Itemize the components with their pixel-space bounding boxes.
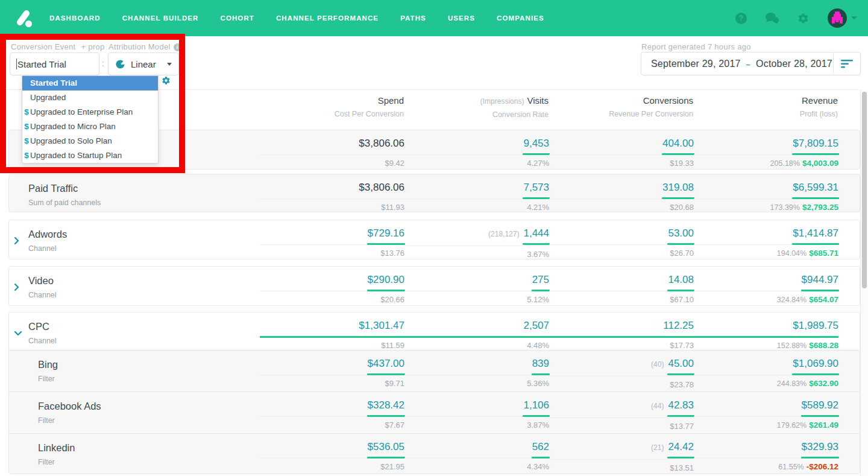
conversions-value[interactable]: 319.08	[662, 182, 694, 193]
table-row-adwords: Adwords Channel $729.16 $13.76 (218,127)…	[8, 220, 860, 259]
spend-value[interactable]: $328.42	[368, 399, 404, 411]
dropdown-option-upgraded-enterprise[interactable]: $Upgraded to Enterprise Plan	[22, 105, 158, 119]
attribution-model-value: Linear	[131, 59, 156, 69]
spend-value: $3,806.06	[359, 182, 404, 193]
conversions-cell: 112.25 $17.73	[549, 313, 694, 351]
visits-value[interactable]: 2,507	[523, 320, 549, 331]
visits-value[interactable]: 839	[532, 358, 549, 369]
revenue-value[interactable]: $7,809.15	[793, 138, 838, 149]
conversion-rate: 4.48%	[404, 341, 549, 351]
header-conversions[interactable]: Conversions Revenue Per Conversion	[549, 95, 693, 119]
revenue-cell: $589.92 179.62%$261.49	[694, 392, 838, 433]
spend-cell: $1,301.47 $11.59	[260, 313, 404, 351]
nav-item-paths[interactable]: PATHS	[400, 14, 426, 22]
date-start: September 29, 2017	[651, 59, 741, 69]
row-title[interactable]: Adwords	[28, 228, 260, 240]
nav-item-companies[interactable]: COMPANIES	[497, 14, 544, 22]
conversions-value[interactable]: 45.00	[668, 358, 694, 369]
app-logo-icon[interactable]	[13, 7, 34, 29]
visits-value[interactable]: 275	[532, 274, 549, 285]
row-title[interactable]: Linkedin	[38, 442, 260, 454]
conversions-cell: 404.00 $19.33	[549, 130, 694, 168]
revenue-value[interactable]: $944.97	[802, 274, 838, 285]
spend-value: $3,806.06	[359, 138, 404, 149]
chevron-right-icon[interactable]	[14, 236, 19, 245]
add-prop-link[interactable]: + prop	[81, 42, 104, 51]
conversion-settings-gear-icon[interactable]	[162, 76, 171, 85]
conversions-value[interactable]: 112.25	[663, 320, 694, 331]
profit-percent: 61.55%	[778, 463, 804, 471]
header-visits[interactable]: (Impressions)Visits Conversion Rate	[404, 95, 549, 119]
pie-chart-icon	[115, 59, 125, 69]
help-icon[interactable]: ?	[735, 13, 747, 24]
conversions-value[interactable]: 14.08	[668, 274, 694, 285]
chevron-right-icon[interactable]	[14, 283, 19, 291]
visits-value[interactable]: 7,573	[523, 182, 549, 193]
row-title[interactable]: Bing	[38, 358, 260, 370]
row-title[interactable]: Video	[28, 274, 260, 287]
nav-item-channel-performance[interactable]: CHANNEL PERFORMANCE	[276, 14, 379, 22]
conversions-value[interactable]: 53.00	[668, 227, 694, 239]
revenue-value[interactable]: $1,414.87	[793, 227, 838, 239]
conversions-note: (21)	[651, 443, 664, 452]
chevron-down-icon	[851, 16, 857, 20]
gear-icon[interactable]	[797, 13, 809, 24]
conversions-cell: (40)45.00 $23.78	[549, 351, 694, 392]
visits-value[interactable]: 9,453	[523, 138, 549, 149]
spend-value[interactable]: $290.90	[368, 274, 404, 285]
spend-value[interactable]: $536.05	[368, 441, 404, 452]
conversions-value[interactable]: 404.00	[662, 138, 694, 149]
header-revenue[interactable]: Revenue Profit (loss)	[693, 95, 838, 119]
date-range-picker[interactable]: September 29, 2017–October 28, 2017	[641, 52, 861, 75]
nav-item-cohort[interactable]: COHORT	[220, 14, 254, 22]
revenue-cell: $1,989.75 152.88%$688.28	[694, 313, 838, 351]
spend-value[interactable]: $729.16	[368, 227, 404, 239]
nav-item-dashboard[interactable]: DASHBOARD	[49, 14, 101, 22]
conversion-rate: 5.36%	[404, 379, 549, 389]
chevron-down-icon[interactable]	[14, 331, 22, 336]
info-icon[interactable]: i	[174, 43, 181, 51]
scrollbar-thumb[interactable]	[862, 92, 867, 288]
dropdown-option-upgraded-startup[interactable]: $Upgraded to Startup Plan	[22, 148, 158, 163]
report-generated-note: Report generated 7 hours ago	[641, 42, 751, 51]
dropdown-option-upgraded[interactable]: Upgraded	[22, 90, 158, 105]
dropdown-option-label: Upgraded to Micro Plan	[30, 122, 116, 131]
conversions-value[interactable]: 42.83	[668, 399, 694, 411]
table-group-cpc: CPC Channel $1,301.47 $11.59 2,507 4.48%…	[8, 312, 860, 474]
visits-value[interactable]: 1,106	[523, 399, 549, 411]
row-subtitle: Filter	[38, 416, 260, 425]
row-subtitle: Channel	[28, 291, 260, 299]
dropdown-option-upgraded-micro[interactable]: $Upgraded to Micro Plan	[22, 119, 158, 134]
revenue-value[interactable]: $1,069.90	[793, 358, 838, 369]
revenue-value[interactable]: $589.92	[802, 399, 838, 411]
row-left: Paid Traffic Sum of paid channels	[9, 174, 260, 212]
spend-value[interactable]: $1,301.47	[359, 320, 404, 331]
row-title[interactable]: Facebook Ads	[38, 400, 260, 412]
spend-cell: $3,806.06 $9.42	[260, 130, 404, 168]
spend-value[interactable]: $437.00	[368, 358, 404, 369]
visits-value[interactable]: 1,444	[523, 227, 549, 239]
attribution-model-dropdown[interactable]: Linear	[108, 52, 179, 75]
chat-icon[interactable]	[765, 12, 779, 24]
visits-value[interactable]: 562	[532, 441, 549, 452]
revenue-value[interactable]: $6,599.31	[793, 182, 838, 193]
header-spend[interactable]: Spend Cost Per Conversion	[259, 95, 404, 119]
visits-cell: 1,106 3.87%	[404, 392, 549, 433]
avatar[interactable]	[827, 8, 848, 28]
scrollbar-track[interactable]	[860, 90, 868, 476]
dropdown-option-upgraded-solo[interactable]: $Upgraded to Solo Plan	[22, 134, 158, 148]
revenue-per-conversion: $26.70	[549, 249, 694, 258]
nav-item-users[interactable]: USERS	[448, 14, 475, 22]
revenue-value[interactable]: $1,989.75	[793, 320, 838, 331]
row-title[interactable]: CPC	[28, 320, 260, 332]
date-filter-button[interactable]	[834, 60, 860, 68]
conversion-event-input[interactable]	[10, 52, 99, 75]
dropdown-option-label: Upgraded to Enterprise Plan	[30, 107, 133, 116]
dropdown-option-started-trial[interactable]: Started Trial	[22, 76, 158, 90]
revenue-value[interactable]: $329.93	[802, 441, 838, 452]
user-menu[interactable]	[827, 8, 857, 28]
nav-item-channel-builder[interactable]: CHANNEL BUILDER	[122, 14, 199, 22]
conversions-value[interactable]: 24.42	[668, 441, 694, 452]
conversions-cell: 14.08 $67.10	[549, 267, 694, 305]
conversion-rate: 5.12%	[404, 295, 549, 305]
